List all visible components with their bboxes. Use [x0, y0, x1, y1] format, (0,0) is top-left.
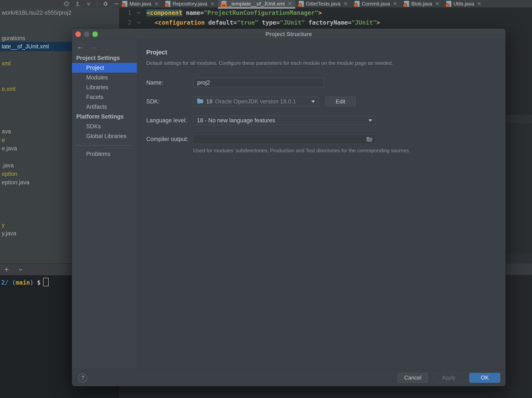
close-tab-icon[interactable]: ✕	[210, 1, 215, 7]
java-file-icon	[446, 1, 451, 7]
code-token: "true"	[237, 19, 258, 26]
tree-item[interactable]: y.java	[2, 229, 16, 238]
tab-label: Utils.java	[453, 1, 474, 7]
editor-tab[interactable]: <>_template__of_JUnit.xml✕	[218, 0, 295, 7]
sdk-dropdown[interactable]: 18 Oracle OpenJDK version 18.0.1	[193, 97, 319, 106]
chevron-down-icon[interactable]	[18, 267, 23, 272]
tree-item[interactable]: y	[2, 220, 5, 230]
tab-label: Blob.java	[411, 1, 432, 7]
sidebar-item-problems[interactable]: Problems	[72, 149, 137, 159]
editor-tab[interactable]: Main.java✕	[119, 0, 162, 7]
terminal-prompt: 2/ (main) $	[1, 278, 49, 286]
code-token	[258, 19, 262, 26]
close-tab-icon[interactable]: ✕	[343, 1, 348, 7]
code-token: <component	[146, 9, 182, 16]
tree-item[interactable]: gurations	[2, 33, 25, 43]
back-arrow-icon[interactable]: ←	[77, 43, 84, 51]
locate-icon[interactable]	[64, 1, 69, 6]
java-file-icon	[165, 1, 171, 7]
project-panel-toolbar	[64, 0, 119, 7]
tab-label: GitletTests.java	[306, 1, 341, 7]
browse-folder-icon[interactable]	[366, 136, 373, 144]
sidebar-item-sdks[interactable]: SDKs	[72, 122, 137, 131]
close-tab-icon[interactable]: ✕	[477, 1, 481, 7]
close-tab-icon[interactable]: ✕	[154, 1, 158, 7]
code-token: =	[276, 19, 280, 26]
fold-marker-icon[interactable]	[131, 20, 146, 25]
code-token: =	[200, 9, 204, 16]
settings-icon[interactable]	[103, 1, 108, 6]
sidebar-item-artifacts[interactable]: Artifacts	[72, 102, 137, 112]
code-token: default	[208, 19, 233, 26]
tree-item[interactable]: xml	[2, 59, 11, 68]
forward-arrow-icon[interactable]: →	[89, 43, 97, 51]
prompt-segment: main	[15, 279, 30, 286]
code-token: >	[376, 19, 380, 26]
hide-panel-icon[interactable]	[114, 1, 119, 6]
tree-item[interactable]: e.java	[2, 144, 17, 153]
ok-button[interactable]: OK	[469, 373, 500, 383]
close-tab-icon[interactable]: ✕	[435, 1, 439, 7]
expand-all-icon[interactable]	[75, 1, 80, 6]
code-line: 1<component name="ProjectRunConfiguratio…	[119, 8, 322, 18]
sidebar-item-modules[interactable]: Modules	[72, 73, 137, 82]
java-file-icon	[122, 1, 127, 7]
tree-item[interactable]: .java	[2, 161, 14, 170]
dialog-content: Project Default settings for all modules…	[137, 40, 506, 369]
project-name-value: proj2	[197, 79, 210, 86]
compiler-output-label: Compiler output:	[146, 136, 193, 142]
tree-item[interactable]: e	[2, 135, 5, 145]
tree-item[interactable]: eption	[2, 169, 17, 179]
edit-sdk-button[interactable]: Edit	[325, 97, 355, 106]
cancel-button[interactable]: Cancel	[398, 373, 428, 383]
editor-tab[interactable]: Commit.java✕	[351, 0, 401, 7]
tree-item[interactable]: ava	[2, 127, 11, 136]
prompt-segment	[8, 279, 12, 286]
language-level-dropdown[interactable]: 18 - No new language features	[193, 116, 376, 125]
page-title: Project	[146, 49, 497, 56]
fold-marker-icon[interactable]	[131, 10, 146, 15]
collapse-all-icon[interactable]	[86, 1, 91, 6]
sdk-description: Oracle OpenJDK version 18.0.1	[215, 98, 296, 105]
tab-label: _template__of_JUnit.xml	[229, 1, 285, 7]
chevron-down-icon	[311, 100, 315, 103]
editor-tab[interactable]: Repository.java✕	[162, 0, 218, 7]
project-root-path: work/61BL/su22-s555/proj2	[2, 10, 71, 16]
compiler-output-row: Compiler output:	[146, 135, 497, 144]
editor-tab[interactable]: Blob.java✕	[401, 0, 443, 7]
language-level-row: Language level: 18 - No new language fea…	[146, 116, 497, 125]
apply-button[interactable]: Apply	[433, 373, 464, 383]
terminal-cursor	[43, 278, 49, 286]
project-structure-dialog: Project Structure ← → Project SettingsPr…	[72, 28, 506, 386]
tree-item[interactable]: eption.java	[2, 178, 30, 187]
editor-tab-bar: Main.java✕Repository.java✕<>_template__o…	[119, 0, 485, 7]
dialog-titlebar[interactable]: Project Structure	[72, 29, 506, 40]
code-token	[205, 19, 208, 26]
tree-item[interactable]: e.xml	[2, 84, 15, 94]
close-tab-icon[interactable]: ✕	[393, 1, 397, 7]
page-description: Default settings for all modules. Config…	[146, 60, 497, 66]
close-tab-icon[interactable]: ✕	[288, 1, 292, 7]
code-token: "JUnit"	[280, 19, 305, 26]
code-token: "JUnit"	[351, 19, 376, 26]
editor-tab[interactable]: GitletTests.java✕	[295, 0, 351, 7]
code-token	[182, 9, 186, 16]
compiler-output-input[interactable]	[193, 135, 376, 144]
sidebar-item-project[interactable]: Project	[72, 63, 137, 73]
footer-buttons: Cancel Apply OK	[398, 373, 500, 383]
tree-item[interactable]: late__of_JUnit.xml	[2, 42, 49, 51]
line-number: 1	[119, 10, 131, 16]
dialog-body: ← → Project SettingsProjectModulesLibrar…	[72, 40, 506, 369]
tab-label: Main.java	[129, 1, 151, 7]
sidebar-item-libraries[interactable]: Libraries	[72, 82, 137, 92]
new-terminal-tab-icon[interactable]	[4, 267, 9, 272]
sidebar-item-global-libraries[interactable]: Global Libraries	[72, 131, 137, 141]
editor-tab[interactable]: Utils.java✕	[443, 0, 485, 7]
sidebar-item-facets[interactable]: Facets	[72, 92, 137, 102]
code-token: type	[262, 19, 276, 26]
sdk-label: SDK:	[146, 98, 193, 105]
sdk-version: 18	[206, 98, 213, 105]
settings-section-header: Project Settings	[72, 53, 137, 63]
help-button[interactable]: ?	[78, 373, 87, 382]
project-name-input[interactable]: proj2	[193, 78, 324, 87]
